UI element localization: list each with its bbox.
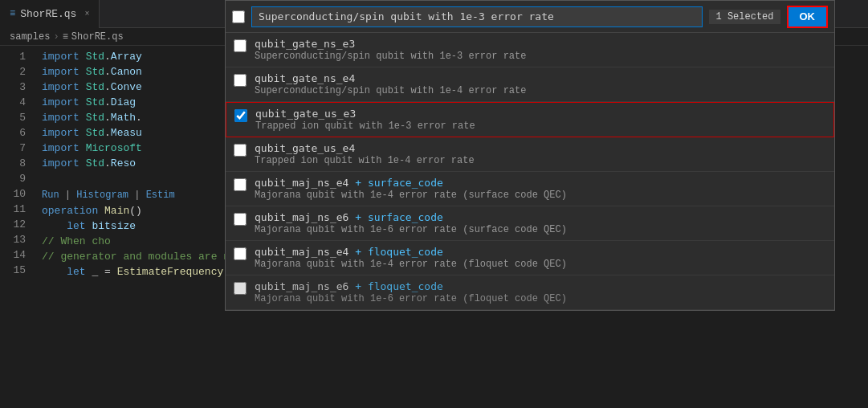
item-checkbox[interactable] xyxy=(234,109,247,122)
item-desc: Trapped ion qubit with 1e-4 error rate xyxy=(255,155,475,166)
item-checkbox[interactable] xyxy=(234,213,247,226)
item-text: qubit_gate_us_e4 Trapped ion qubit with … xyxy=(255,142,475,166)
list-item[interactable]: qubit_gate_ns_e3 Superconducting/spin qu… xyxy=(226,33,834,67)
item-desc: Trapped ion qubit with 1e-3 error rate xyxy=(255,120,475,132)
item-desc: Majorana qubit with 1e-6 error rate (sur… xyxy=(255,224,567,235)
item-desc: Superconducting/spin qubit with 1e-3 err… xyxy=(255,51,526,62)
list-item[interactable]: qubit_gate_us_e4 Trapped ion qubit with … xyxy=(226,137,834,172)
list-item[interactable]: qubit_maj_ns_e6 + surface_code Majorana … xyxy=(226,206,834,241)
item-text: qubit_gate_ns_e3 Superconducting/spin qu… xyxy=(255,38,526,62)
breadcrumb-sep: › xyxy=(53,31,59,43)
item-title: qubit_maj_ns_e4 + floquet_code xyxy=(255,246,567,258)
list-item[interactable]: qubit_gate_ns_e4 Superconducting/spin qu… xyxy=(226,67,834,102)
item-checkbox[interactable] xyxy=(234,74,247,87)
item-desc: Superconducting/spin qubit with 1e-4 err… xyxy=(255,85,526,96)
item-checkbox[interactable] xyxy=(234,178,247,191)
item-title: qubit_gate_us_e3 xyxy=(255,108,475,120)
list-item-selected[interactable]: qubit_gate_us_e3 Trapped ion qubit with … xyxy=(226,102,834,137)
list-item[interactable]: qubit_maj_ns_e4 + surface_code Majorana … xyxy=(226,172,834,206)
breadcrumb-icon: ≡ xyxy=(63,31,68,43)
search-input[interactable] xyxy=(251,6,703,27)
item-checkbox[interactable] xyxy=(234,247,247,260)
item-text: qubit_maj_ns_e4 + surface_code Majorana … xyxy=(255,177,567,201)
list-item[interactable]: qubit_maj_ns_e4 + floquet_code Majorana … xyxy=(226,241,834,275)
item-title: qubit_maj_ns_e4 + surface_code xyxy=(255,177,567,189)
item-text: qubit_maj_ns_e4 + floquet_code Majorana … xyxy=(255,246,567,270)
dropdown-list[interactable]: qubit_gate_ns_e3 Superconducting/spin qu… xyxy=(226,33,834,310)
item-text: qubit_gate_us_e3 Trapped ion qubit with … xyxy=(255,108,475,132)
line-numbers: 1 2 3 4 5 6 7 8 9 10 11 12 13 14 15 xyxy=(0,46,32,408)
ok-button[interactable]: OK xyxy=(787,6,829,28)
item-title: qubit_maj_ns_e6 + surface_code xyxy=(255,211,567,223)
tab-close-button[interactable]: × xyxy=(84,10,89,18)
item-title: qubit_maj_ns_e6 + floquet_code xyxy=(255,280,567,292)
editor-tab[interactable]: ≡ ShorRE.qs × xyxy=(0,0,100,28)
item-text: qubit_maj_ns_e6 + surface_code Majorana … xyxy=(255,211,567,235)
item-text: qubit_gate_ns_e4 Superconducting/spin qu… xyxy=(255,72,526,96)
item-text: qubit_maj_ns_e6 + floquet_code Majorana … xyxy=(255,280,567,304)
header-checkbox[interactable] xyxy=(232,10,245,23)
dropdown-overlay: 1 Selected OK qubit_gate_ns_e3 Supercond… xyxy=(225,0,835,311)
item-checkbox[interactable] xyxy=(234,282,247,295)
item-checkbox[interactable] xyxy=(234,39,247,52)
item-desc: Majorana qubit with 1e-4 error rate (sur… xyxy=(255,190,567,201)
item-title: qubit_gate_ns_e4 xyxy=(255,72,526,84)
item-desc: Majorana qubit with 1e-4 error rate (flo… xyxy=(255,259,567,270)
tab-label: ShorRE.qs xyxy=(20,8,76,20)
breadcrumb-part2: ShorRE.qs xyxy=(71,31,124,43)
item-title: qubit_gate_us_e4 xyxy=(255,142,475,154)
dropdown-header: 1 Selected OK xyxy=(226,1,834,33)
file-icon: ≡ xyxy=(10,8,15,19)
breadcrumb-part1: samples xyxy=(10,31,50,43)
list-item[interactable]: qubit_maj_ns_e6 + floquet_code Majorana … xyxy=(226,275,834,310)
item-title: qubit_gate_ns_e3 xyxy=(255,38,526,50)
item-checkbox[interactable] xyxy=(234,144,247,157)
selected-badge: 1 Selected xyxy=(709,10,780,24)
item-desc: Majorana qubit with 1e-6 error rate (flo… xyxy=(255,293,567,304)
